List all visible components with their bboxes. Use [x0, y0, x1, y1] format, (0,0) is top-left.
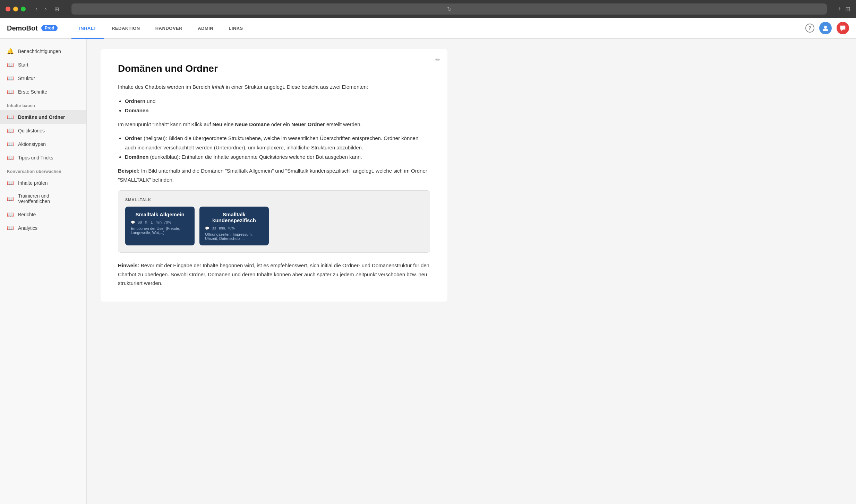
page-title: Domänen und Ordner — [118, 63, 430, 74]
titlebar-actions: + ⊞ — [837, 5, 850, 13]
sidebar-item-tipps-tricks[interactable]: 📖 Tipps und Tricks — [0, 151, 86, 164]
book-icon-start: 📖 — [7, 61, 14, 68]
intro-italic: Inhalt — [212, 84, 224, 90]
list-item-domaenen: Domänen — [125, 106, 430, 115]
domain-card-min-1: min. 70% — [155, 220, 171, 224]
sidebar-toggle[interactable]: ⊞ — [52, 5, 61, 13]
example-label: Beispiel: Im Bild unterhalb sind die Dom… — [118, 166, 430, 184]
menu-text-pre: Im Menüpunkt "Inhalt" kann mit Klick auf — [118, 121, 212, 127]
section-konversation: Konversation überwachen — [0, 164, 86, 176]
chat-meta-icon-1: 💬 — [131, 220, 135, 224]
nav-controls: ‹ › ⊞ — [33, 5, 61, 13]
nav-links[interactable]: LINKS — [221, 18, 251, 39]
chat-icon — [840, 25, 846, 31]
sidebar-label-start: Start — [18, 62, 28, 68]
sidebar-item-berichte[interactable]: 📖 Berichte — [0, 208, 86, 221]
book-icon-quick: 📖 — [7, 127, 14, 134]
domain-card-title-1: Smalltalk Allgemein — [131, 211, 189, 217]
refresh-icon: ↻ — [447, 6, 452, 12]
expand-button[interactable]: ⊞ — [845, 5, 850, 13]
book-icon-berichte: 📖 — [7, 211, 14, 218]
nav-redaktion[interactable]: REDAKTION — [104, 18, 148, 39]
domaenen-desc-rest: (dunkelblau): Enthalten die Inhalte soge… — [148, 154, 362, 160]
book-icon-pruefen: 📖 — [7, 180, 14, 186]
sidebar-item-quickstories[interactable]: 📖 Quickstories — [0, 124, 86, 137]
bullet-list-1: Ordnern und Domänen — [125, 96, 430, 115]
traffic-lights — [6, 7, 26, 11]
app-header: DemoBot Prod INHALT REDAKTION HANDOVER A… — [0, 18, 856, 39]
sidebar-label-aktionstypen: Aktionstypen — [18, 141, 46, 147]
hinweis-bold: Hinweis: — [118, 262, 139, 268]
sidebar-label-analytics: Analytics — [18, 225, 37, 231]
svg-point-0 — [824, 26, 827, 28]
domaenen-desc-bold: Domänen — [125, 154, 148, 160]
section-inhalte-bauen: Inhalte bauen — [0, 98, 86, 110]
domain-card-count2-1: 1 — [151, 220, 153, 224]
hinweis-text: Bevor mit der Eingabe der Inhalte begonn… — [118, 262, 429, 286]
domain-card-meta-1: 💬 68 ⚙ 1 min. 70% — [131, 220, 189, 224]
edit-icon[interactable]: ✏ — [435, 56, 440, 64]
sidebar-item-domaene-ordner[interactable]: 📖 Domäne und Ordner — [0, 110, 86, 124]
sidebar-label-berichte: Berichte — [18, 212, 36, 217]
content-area: ✏ Domänen und Ordner Inhalte des Chatbot… — [87, 39, 856, 504]
maximize-button[interactable] — [21, 7, 26, 11]
nav-inhalt[interactable]: INHALT — [71, 18, 104, 39]
sidebar-label-struktur: Struktur — [18, 76, 35, 81]
minimize-button[interactable] — [13, 7, 18, 11]
list-item-domaenen-desc: Domänen (dunkelblau): Enthalten die Inha… — [125, 152, 430, 162]
bullet-list-2: Ordner (hellgrau): Bilden die übergeordn… — [125, 133, 430, 162]
new-tab-button[interactable]: + — [837, 5, 841, 13]
book-icon-trainieren: 📖 — [7, 195, 14, 202]
nav-handover[interactable]: HANDOVER — [148, 18, 190, 39]
avatar[interactable] — [819, 22, 832, 34]
example-text: Im Bild unterhalb sind die Domänen "Smal… — [118, 168, 427, 183]
chat-button[interactable] — [837, 22, 849, 34]
domain-card-min-2: min. 70% — [219, 226, 235, 230]
chat-meta-icon-2: 💬 — [205, 226, 209, 230]
book-icon-erste: 📖 — [7, 88, 14, 95]
ordner-rest: und — [145, 98, 155, 104]
hinweis-paragraph: Hinweis: Bevor mit der Eingabe der Inhal… — [118, 261, 430, 288]
header-right: ? — [805, 22, 849, 34]
sidebar-item-erste-schritte[interactable]: 📖 Erste Schritte — [0, 85, 86, 98]
menu-text-mid2: oder ein — [270, 121, 292, 127]
forward-button[interactable]: › — [43, 5, 49, 13]
sidebar: 🔔 Benachrichtigungen 📖 Start 📖 Struktur … — [0, 39, 87, 504]
app-logo: DemoBot Prod — [7, 24, 58, 32]
sidebar-item-struktur[interactable]: 📖 Struktur — [0, 71, 86, 85]
domain-card-2: Smalltalk kundenspezifisch 💬 33 min. 70%… — [199, 207, 269, 245]
domain-card-meta-2: 💬 33 min. 70% — [205, 226, 263, 230]
app-name: DemoBot — [7, 24, 38, 32]
sidebar-label-inhalte-pruefen: Inhalte prüfen — [18, 180, 48, 186]
back-button[interactable]: ‹ — [33, 5, 39, 13]
domain-card-tags-2: Öffnungszeiten, Impressum, Uhrzeit, Date… — [205, 232, 263, 241]
help-button[interactable]: ? — [805, 24, 814, 33]
sidebar-item-trainieren[interactable]: 📖 Trainieren und Veröffentlichen — [0, 190, 86, 208]
sidebar-label-quickstories: Quickstories — [18, 128, 45, 133]
domain-card-tags-1: Emotionen der User (Freude, Langeweile, … — [131, 226, 189, 235]
nav-admin[interactable]: ADMIN — [190, 18, 221, 39]
titlebar: ‹ › ⊞ ↻ + ⊞ — [0, 0, 856, 18]
beispiel-bold: Beispiel: — [118, 168, 140, 174]
gear-meta-icon-1: ⚙ — [145, 220, 148, 224]
book-icon-aktion: 📖 — [7, 141, 14, 147]
url-bar[interactable]: ↻ — [71, 3, 827, 15]
user-icon — [822, 25, 829, 32]
book-icon-domaene: 📖 — [7, 114, 14, 120]
sidebar-label-erste-schritte: Erste Schritte — [18, 89, 47, 95]
sidebar-item-benachrichtigungen[interactable]: 🔔 Benachrichtigungen — [0, 44, 86, 58]
folder-label: SMALLTALK — [125, 198, 423, 202]
sidebar-item-aktionstypen[interactable]: 📖 Aktionstypen — [0, 137, 86, 151]
example-box: SMALLTALK Smalltalk Allgemein 💬 68 ⚙ 1 m… — [118, 190, 430, 253]
sidebar-item-analytics[interactable]: 📖 Analytics — [0, 221, 86, 235]
menu-text-mid: eine — [222, 121, 235, 127]
close-button[interactable] — [6, 7, 10, 11]
domain-card-count1-1: 68 — [138, 220, 142, 224]
domain-card-count1-2: 33 — [212, 226, 216, 230]
ordner-bold: Ordnern — [125, 98, 145, 104]
neue-domaene-bold: Neue Domäne — [235, 121, 270, 127]
bell-icon: 🔔 — [7, 48, 14, 54]
prod-badge: Prod — [41, 25, 58, 31]
sidebar-item-start[interactable]: 📖 Start — [0, 58, 86, 71]
sidebar-item-inhalte-pruefen[interactable]: 📖 Inhalte prüfen — [0, 176, 86, 190]
